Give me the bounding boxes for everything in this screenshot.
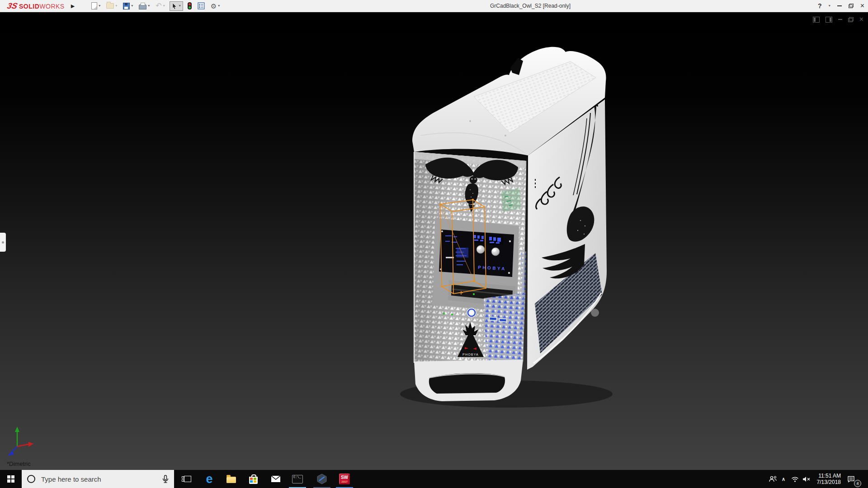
start-button[interactable]	[0, 470, 22, 488]
open-document-button[interactable]: ▾	[105, 2, 118, 9]
print-button[interactable]: ▾	[137, 1, 151, 10]
status-led	[443, 313, 445, 314]
controller-knob[interactable]	[476, 245, 485, 253]
fan-controller-panel[interactable]: PHOBYA	[439, 230, 514, 277]
solidworks-logo-mark: 3S	[6, 1, 18, 11]
taskbar-item-file-explorer[interactable]	[220, 470, 242, 488]
panel-screw	[509, 240, 511, 242]
notification-badge: 4	[854, 480, 861, 487]
triad-y-axis	[15, 427, 19, 432]
new-document-button[interactable]: ▾	[90, 1, 102, 10]
top-screw	[469, 120, 471, 122]
drive-led	[473, 293, 475, 295]
new-dropdown-caret-icon[interactable]: ▾	[99, 4, 100, 8]
printer-icon	[139, 5, 146, 9]
feature-manager-collapsed-tab[interactable]	[0, 233, 6, 252]
brand-text-bold: SOLID	[19, 3, 39, 10]
new-document-icon	[91, 2, 97, 9]
green-sketch-patch	[501, 188, 521, 211]
action-center-icon	[847, 476, 855, 483]
cortana-circle-icon	[27, 475, 35, 483]
cmd-icon-label: C:\_	[293, 475, 301, 479]
doc-restore-button[interactable]	[848, 17, 854, 22]
orientation-triad[interactable]	[8, 427, 33, 456]
file-explorer-icon	[226, 477, 236, 483]
knob-highlight	[477, 247, 481, 249]
triad-z-axis	[8, 450, 14, 456]
rebuild-button[interactable]	[186, 1, 193, 10]
taskbar-item-store[interactable]	[242, 470, 264, 488]
brand-text-light: WORKS	[39, 3, 64, 10]
blue-mesh-region	[484, 293, 525, 361]
speaker-muted-icon	[802, 476, 811, 482]
save-button[interactable]: ▾	[122, 2, 134, 10]
mail-icon	[271, 476, 280, 482]
controller-knob[interactable]	[491, 248, 500, 256]
model-pc-case[interactable]: PHOBYA	[400, 47, 613, 408]
traffic-light-icon	[188, 2, 192, 9]
top-screw	[505, 135, 506, 136]
taskbar-item-mail[interactable]	[265, 470, 287, 488]
taskbar: e C:\_ SW 2017	[0, 470, 868, 488]
taskbar-item-composer[interactable]	[311, 470, 333, 488]
taskbar-item-solidworks[interactable]: SW 2017	[334, 470, 355, 488]
doc-close-button[interactable]: ×	[859, 16, 863, 23]
task-view-button[interactable]	[177, 470, 198, 488]
taskbar-clock[interactable]: 11:51 AM 7/13/2018	[813, 470, 841, 488]
clock-time: 11:51 AM	[818, 473, 841, 479]
save-dropdown-caret-icon[interactable]: ▾	[131, 4, 133, 8]
options-button[interactable]: ⚙ ▾	[209, 2, 221, 10]
options-dropdown-caret-icon[interactable]: ▾	[218, 4, 220, 8]
chevron-up-icon: ∧	[782, 476, 785, 482]
restore-button[interactable]	[849, 4, 854, 8]
volume-button[interactable]	[801, 470, 812, 488]
hexagon-app-icon	[317, 474, 327, 484]
triangle-brand-text: PHOBYA	[462, 353, 479, 356]
select-dropdown-caret-icon[interactable]: ▾	[179, 4, 181, 8]
taskbar-item-edge[interactable]: e	[198, 470, 220, 488]
help-button[interactable]: ?	[818, 2, 822, 9]
print-dropdown-caret-icon[interactable]: ▾	[148, 4, 150, 8]
select-tool-button[interactable]: ▾	[170, 1, 183, 11]
open-dropdown-caret-icon[interactable]: ▾	[115, 4, 117, 8]
doc-minimize-button[interactable]	[838, 19, 842, 20]
search-input[interactable]	[40, 475, 162, 483]
model-scene[interactable]: PHOBYA	[0, 12, 868, 470]
clock-date: 7/13/2018	[817, 479, 841, 485]
pane-right-icon[interactable]	[826, 17, 832, 23]
people-icon	[769, 476, 777, 483]
undo-arrow-icon: ↶	[156, 2, 161, 9]
sw-icon-label: SW	[341, 475, 348, 480]
app-titlebar: 3S SOLID WORKS ▶ ▾ ▾ ▾ ▾ ↶ ▾ ▾	[0, 0, 868, 12]
save-floppy-icon	[123, 3, 130, 9]
graphics-area[interactable]: ×	[0, 12, 868, 470]
properties-button[interactable]	[196, 1, 206, 10]
knob-highlight	[492, 249, 496, 252]
network-button[interactable]	[789, 470, 800, 488]
gear-icon: ⚙	[211, 3, 217, 9]
tray-overflow-chevron[interactable]: ∧	[778, 470, 788, 488]
people-button[interactable]	[767, 470, 778, 488]
power-button[interactable]	[467, 308, 477, 318]
taskbar-search[interactable]	[22, 470, 174, 488]
sw-icon-year: 2017	[341, 480, 347, 483]
blue-mesh-edge	[521, 251, 526, 295]
close-button[interactable]: ×	[860, 2, 864, 9]
help-dropdown-caret-icon[interactable]: ▾	[829, 4, 830, 8]
undo-dropdown-caret-icon[interactable]: ▾	[163, 4, 165, 8]
microphone-icon[interactable]	[162, 475, 169, 483]
wifi-icon	[791, 476, 799, 482]
microsoft-store-icon	[249, 477, 258, 484]
pane-left-icon[interactable]	[813, 17, 820, 23]
panel-screw	[441, 230, 443, 232]
task-view-icon	[184, 476, 191, 482]
menu-flyout-arrow-icon[interactable]: ▶	[71, 3, 75, 9]
list-properties-icon	[198, 2, 205, 9]
taskbar-item-cmd[interactable]: C:\_	[287, 470, 308, 488]
command-prompt-icon: C:\_	[292, 475, 303, 483]
solidworks-logo: 3S SOLID WORKS	[7, 1, 65, 11]
edge-icon: e	[206, 473, 212, 485]
document-window-controls: ×	[813, 16, 863, 23]
undo-button[interactable]: ↶ ▾	[154, 1, 166, 10]
minimize-button[interactable]	[837, 5, 842, 6]
